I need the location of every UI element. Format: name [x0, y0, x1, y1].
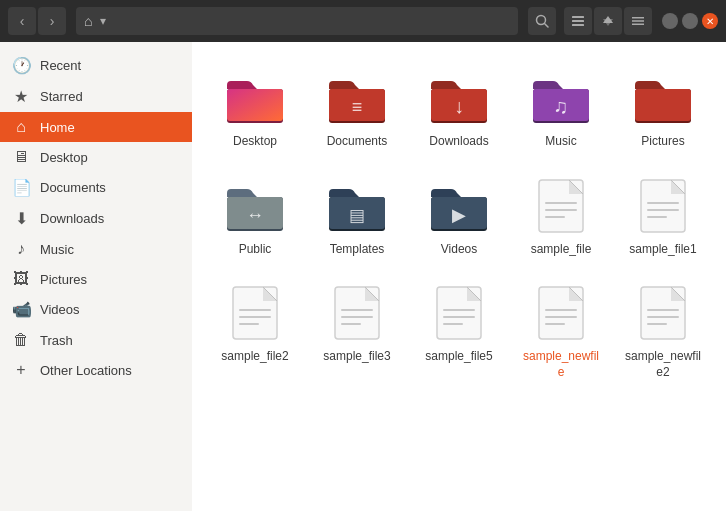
file-icon-sample_file [529, 174, 593, 238]
sidebar-item-documents[interactable]: 📄Documents [0, 172, 192, 203]
file-item-sample_file2[interactable]: sample_file2 [208, 273, 302, 388]
pictures-icon: 🖼 [12, 270, 30, 288]
titlebar: ‹ › ⌂ ▾ [0, 0, 726, 42]
sidebar-label-starred: Starred [40, 89, 83, 104]
sidebar-label-pictures: Pictures [40, 272, 87, 287]
location-bar[interactable]: ⌂ ▾ [76, 7, 518, 35]
maximize-button[interactable]: □ [682, 13, 698, 29]
file-item-sample_newfile2[interactable]: sample_newfile2 [616, 273, 710, 388]
file-icon-sample_newfile2 [631, 281, 695, 345]
file-item-documents[interactable]: ≡Documents [310, 58, 404, 158]
file-icon-sample_file5 [427, 281, 491, 345]
sidebar: 🕐Recent★Starred⌂Home🖥Desktop📄Documents⬇D… [0, 42, 192, 511]
sidebar-item-desktop[interactable]: 🖥Desktop [0, 142, 192, 172]
file-item-sample_file5[interactable]: sample_file5 [412, 273, 506, 388]
svg-rect-41 [647, 202, 679, 204]
svg-text:↓: ↓ [454, 95, 464, 117]
svg-rect-48 [239, 316, 271, 318]
file-item-desktop[interactable]: Desktop [208, 58, 302, 158]
desktop-icon: 🖥 [12, 148, 30, 166]
sidebar-label-home: Home [40, 120, 75, 135]
sidebar-item-downloads[interactable]: ⬇Downloads [0, 203, 192, 234]
svg-rect-2 [572, 16, 584, 18]
file-item-sample_newfile[interactable]: sample_newfile [514, 273, 608, 388]
svg-rect-35 [545, 202, 577, 204]
back-button[interactable]: ‹ [8, 7, 36, 35]
list-view-button[interactable] [564, 7, 592, 35]
list-view-icon [571, 14, 585, 28]
sidebar-item-videos[interactable]: 📹Videos [0, 294, 192, 325]
sidebar-label-other-locations: Other Locations [40, 363, 132, 378]
sidebar-item-starred[interactable]: ★Starred [0, 81, 192, 112]
sidebar-item-other-locations[interactable]: +Other Locations [0, 355, 192, 385]
folder-icon-pictures [631, 66, 695, 130]
svg-text:▤: ▤ [349, 206, 365, 225]
view-controls [564, 7, 652, 35]
file-label-sample_newfile2: sample_newfile2 [623, 349, 703, 380]
svg-rect-43 [647, 216, 667, 218]
minimize-button[interactable]: − [662, 13, 678, 29]
svg-rect-3 [572, 20, 584, 22]
hamburger-button[interactable] [624, 7, 652, 35]
svg-rect-55 [341, 323, 361, 325]
sidebar-label-documents: Documents [40, 180, 106, 195]
file-item-sample_file1[interactable]: sample_file1 [616, 166, 710, 266]
file-icon-sample_newfile [529, 281, 593, 345]
recent-icon: 🕐 [12, 56, 30, 75]
file-label-public: Public [239, 242, 272, 258]
svg-rect-11 [227, 89, 283, 121]
sidebar-item-pictures[interactable]: 🖼Pictures [0, 264, 192, 294]
documents-icon: 📄 [12, 178, 30, 197]
file-item-music[interactable]: ♫Music [514, 58, 608, 158]
sidebar-label-desktop: Desktop [40, 150, 88, 165]
svg-rect-60 [443, 316, 475, 318]
svg-text:≡: ≡ [352, 97, 363, 117]
svg-rect-54 [341, 316, 373, 318]
folder-icon-music: ♫ [529, 66, 593, 130]
file-label-sample_file5: sample_file5 [425, 349, 492, 365]
search-icon [535, 14, 549, 28]
file-icon-sample_file1 [631, 174, 695, 238]
close-button[interactable]: ✕ [702, 13, 718, 29]
location-chevron-icon: ▾ [100, 14, 106, 28]
file-label-sample_file1: sample_file1 [629, 242, 696, 258]
forward-button[interactable]: › [38, 7, 66, 35]
sidebar-item-music[interactable]: ♪Music [0, 234, 192, 264]
nav-buttons: ‹ › [8, 7, 66, 35]
file-item-templates[interactable]: ▤Templates [310, 166, 404, 266]
file-item-sample_file[interactable]: sample_file [514, 166, 608, 266]
file-label-music: Music [545, 134, 576, 150]
folder-icon-templates: ▤ [325, 174, 389, 238]
home-icon: ⌂ [12, 118, 30, 136]
file-item-videos[interactable]: ▶Videos [412, 166, 506, 266]
file-item-downloads[interactable]: ↓Downloads [412, 58, 506, 158]
file-item-pictures[interactable]: Pictures [616, 58, 710, 158]
file-item-sample_file3[interactable]: sample_file3 [310, 273, 404, 388]
svg-rect-67 [545, 323, 565, 325]
other-locations-icon: + [12, 361, 30, 379]
search-button[interactable] [528, 7, 556, 35]
file-item-public[interactable]: ↔Public [208, 166, 302, 266]
videos-icon: 📹 [12, 300, 30, 319]
hamburger-icon [631, 14, 645, 28]
file-label-sample_file: sample_file [531, 242, 592, 258]
svg-rect-65 [545, 309, 577, 311]
sort-icon [601, 14, 615, 28]
sidebar-label-trash: Trash [40, 333, 73, 348]
starred-icon: ★ [12, 87, 30, 106]
downloads-icon: ⬇ [12, 209, 30, 228]
sidebar-item-home[interactable]: ⌂Home [0, 112, 192, 142]
svg-rect-53 [341, 309, 373, 311]
file-label-videos: Videos [441, 242, 477, 258]
sidebar-item-trash[interactable]: 🗑Trash [0, 325, 192, 355]
svg-rect-73 [647, 323, 667, 325]
svg-rect-37 [545, 216, 565, 218]
home-icon: ⌂ [84, 13, 92, 29]
svg-rect-7 [632, 17, 644, 19]
svg-text:▶: ▶ [452, 205, 466, 225]
svg-rect-22 [635, 89, 691, 121]
sidebar-item-recent[interactable]: 🕐Recent [0, 50, 192, 81]
file-label-documents: Documents [327, 134, 388, 150]
folder-icon-desktop [223, 66, 287, 130]
sort-button[interactable] [594, 7, 622, 35]
